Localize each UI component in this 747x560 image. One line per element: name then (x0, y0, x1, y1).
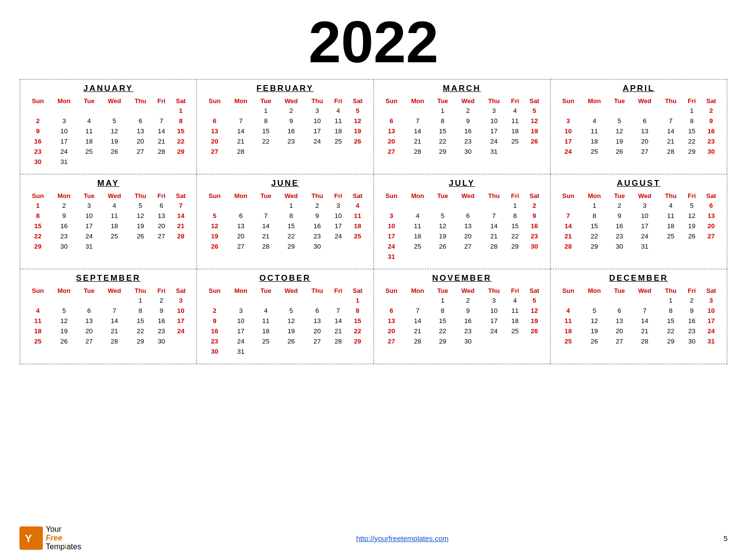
day-cell: 3 (227, 306, 255, 316)
day-cell: 4 (404, 211, 431, 221)
day-cell (379, 106, 404, 116)
day-cell: 11 (581, 126, 608, 136)
day-cell: 22 (581, 231, 608, 241)
day-cell: 1 (347, 295, 368, 306)
day-cell: 4 (506, 295, 524, 306)
day-cell: 9 (701, 116, 722, 126)
day-header: Tue (78, 286, 101, 295)
day-cell: 17 (329, 221, 347, 231)
day-cell: 16 (305, 221, 329, 231)
day-cell: 3 (305, 106, 329, 116)
day-header: Fri (153, 191, 170, 200)
day-cell: 13 (379, 316, 404, 326)
day-cell: 8 (255, 116, 277, 126)
day-cell: 11 (78, 126, 101, 136)
month-cell-august: AUGUSTSunMonTueWedThuFriSat1234567891011… (550, 174, 727, 269)
month-cell-march: MARCHSunMonTueWedThuFriSat12345678910111… (374, 79, 550, 174)
day-cell: 2 (153, 295, 170, 306)
day-cell: 12 (431, 221, 454, 231)
page: 2022 JANUARYSunMonTueWedThuFriSat1234567… (0, 0, 747, 560)
month-name: DECEMBER (556, 273, 722, 283)
day-cell: 19 (581, 326, 608, 336)
day-cell: 25 (404, 241, 431, 252)
day-header: Fri (329, 96, 347, 106)
day-cell: 19 (202, 231, 227, 241)
day-cell: 10 (482, 306, 506, 316)
day-cell: 27 (305, 336, 329, 346)
day-cell: 4 (255, 306, 277, 316)
day-cell (170, 157, 191, 167)
day-header: Thu (305, 96, 329, 106)
day-cell: 25 (25, 336, 51, 346)
day-cell: 24 (482, 326, 506, 336)
footer-url[interactable]: http://yourfreetemplates.com (81, 534, 724, 542)
day-cell: 25 (347, 231, 368, 241)
day-cell: 31 (631, 241, 658, 252)
day-cell (329, 241, 347, 252)
day-cell: 15 (658, 316, 683, 326)
month-table: SunMonTueWedThuFriSat1234567891011121314… (379, 191, 545, 262)
day-cell: 18 (329, 126, 347, 136)
day-cell: 26 (347, 136, 368, 146)
day-cell (631, 106, 658, 116)
day-cell (431, 157, 454, 160)
day-cell: 5 (51, 306, 78, 316)
day-cell: 26 (101, 146, 128, 157)
day-cell: 20 (379, 136, 404, 146)
day-cell (379, 200, 404, 211)
day-cell (128, 252, 152, 254)
day-cell: 19 (431, 231, 454, 241)
day-cell (379, 346, 404, 349)
day-cell: 1 (683, 106, 700, 116)
day-cell: 10 (482, 116, 506, 126)
day-header: Wed (277, 286, 305, 295)
day-cell (379, 157, 404, 160)
day-cell: 21 (255, 231, 277, 241)
day-header: Sun (556, 286, 581, 295)
day-cell (556, 200, 581, 211)
day-cell: 1 (277, 200, 305, 211)
day-cell (631, 346, 658, 349)
day-cell: 20 (227, 231, 255, 241)
day-cell: 24 (51, 146, 78, 157)
day-cell: 11 (556, 316, 581, 326)
day-cell (658, 346, 683, 349)
day-cell: 12 (202, 221, 227, 231)
day-cell: 12 (608, 126, 631, 136)
day-cell: 13 (608, 316, 631, 326)
day-cell: 1 (506, 200, 524, 211)
svg-text:Y: Y (25, 532, 32, 544)
day-cell: 26 (524, 136, 545, 146)
logo-icon: Y (19, 526, 43, 550)
day-cell (482, 336, 506, 346)
day-cell (170, 336, 191, 346)
month-name: JULY (379, 179, 545, 188)
day-cell: 13 (305, 316, 329, 326)
day-cell: 28 (329, 336, 347, 346)
day-cell (329, 146, 347, 157)
day-cell (78, 295, 101, 306)
day-cell: 8 (506, 211, 524, 221)
day-cell (524, 346, 545, 349)
day-header: Sun (202, 96, 227, 106)
day-cell (683, 157, 700, 160)
day-cell (51, 252, 78, 254)
day-cell: 30 (153, 336, 170, 346)
day-cell: 18 (506, 126, 524, 136)
day-cell: 17 (379, 231, 404, 241)
logo: Y Your Free Templates (19, 525, 81, 551)
day-cell: 2 (25, 116, 51, 126)
day-cell: 6 (454, 211, 482, 221)
day-cell: 23 (153, 326, 170, 336)
day-cell: 17 (631, 221, 658, 231)
day-cell: 16 (202, 326, 227, 336)
day-header: Thu (482, 286, 506, 295)
day-cell: 3 (170, 295, 191, 306)
day-cell (581, 157, 608, 160)
day-cell: 17 (482, 316, 506, 326)
day-header: Tue (78, 191, 101, 200)
day-cell (482, 346, 506, 349)
day-cell (404, 106, 431, 116)
day-cell: 28 (556, 241, 581, 252)
month-cell-february: FEBRUARYSunMonTueWedThuFriSat12345678910… (197, 79, 373, 174)
